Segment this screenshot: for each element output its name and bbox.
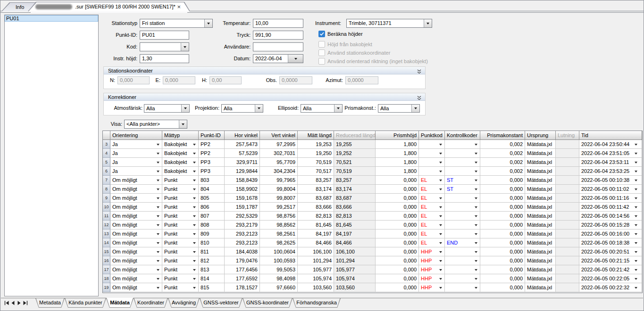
cell-red[interactable]: 19,255 <box>334 140 376 149</box>
cell-orientering[interactable]: Om möjligt <box>110 203 162 212</box>
column-header-punktid[interactable]: Punkt-ID <box>199 131 225 140</box>
cell-prismakonstant[interactable]: 0,002 <box>480 140 525 149</box>
cell-punktkod[interactable]: EL <box>419 176 445 185</box>
cell-prismhojd[interactable]: 0,000 <box>376 194 419 203</box>
column-header-vert[interactable]: Vert vinkel <box>260 131 298 140</box>
cell-tid[interactable]: 2022-06-04 23:51:05 <box>579 149 642 158</box>
cell-dropdown-icon[interactable] <box>193 197 196 199</box>
cell-hor[interactable]: 184,4038 <box>225 247 260 256</box>
cell-dropdown-icon[interactable] <box>635 260 637 262</box>
cell-orientering[interactable]: Om möjligt <box>110 238 162 247</box>
cell-tid[interactable]: 2022-06-05 00:22:32 <box>579 283 642 292</box>
cell-vert[interactable]: 97,6660 <box>260 283 298 292</box>
chevron-down-icon[interactable] <box>255 105 263 112</box>
cell-dropdown-icon[interactable] <box>157 260 159 262</box>
cell-num[interactable]: 15 <box>103 247 110 256</box>
cell-num[interactable]: 9 <box>103 194 110 203</box>
cell-dropdown-icon[interactable] <box>157 197 159 199</box>
cell-punktid[interactable]: PP2 <box>199 149 225 158</box>
cell-matt[interactable]: 83,257 <box>298 176 334 185</box>
cell-dropdown-icon[interactable] <box>475 251 477 253</box>
cell-red[interactable]: 83,174 <box>334 185 376 194</box>
cell-lutning[interactable] <box>556 176 579 185</box>
cell-mattyp[interactable]: Punkt <box>162 194 199 203</box>
cell-punktkod[interactable]: EL <box>419 203 445 212</box>
column-header-mattyp[interactable]: Mättyp <box>162 131 199 140</box>
cell-matt[interactable]: 83,687 <box>298 194 334 203</box>
cell-orientering[interactable]: Om möjligt <box>110 265 162 274</box>
cell-ursprung[interactable]: Mätdata.jxl <box>525 212 556 221</box>
cell-num[interactable]: 5 <box>103 158 110 167</box>
cell-ursprung[interactable]: Mätdata.jxl <box>525 265 556 274</box>
cell-punktid[interactable]: 815 <box>199 283 225 292</box>
collapse-chevron-icon[interactable] <box>417 68 421 76</box>
cell-dropdown-icon[interactable] <box>157 242 159 244</box>
column-header-kontrollkoder[interactable]: Kontrollkoder <box>445 131 480 140</box>
cell-vert[interactable]: 302,7031 <box>260 149 298 158</box>
cell-dropdown-icon[interactable] <box>635 251 637 253</box>
cell-mattyp[interactable]: Bakobjekt <box>162 167 199 176</box>
cell-red[interactable]: 81,645 <box>334 221 376 229</box>
cell-hor[interactable]: 178,1527 <box>225 283 260 292</box>
kod-combobox[interactable] <box>140 42 189 51</box>
cell-lutning[interactable] <box>556 212 579 221</box>
cell-num[interactable]: 12 <box>103 221 110 229</box>
cell-punktid[interactable]: 814 <box>199 274 225 283</box>
cell-lutning[interactable] <box>556 194 579 203</box>
cell-dropdown-icon[interactable] <box>439 233 442 235</box>
column-header-red[interactable]: Reducerad längd <box>334 131 376 140</box>
cell-red[interactable]: 105,977 <box>334 265 376 274</box>
cell-dropdown-icon[interactable] <box>635 197 637 199</box>
cell-dropdown-icon[interactable] <box>635 287 637 289</box>
cell-tid[interactable]: 2022-06-05 00:11:16 <box>579 194 642 203</box>
cell-num[interactable]: 17 <box>103 265 110 274</box>
cell-dropdown-icon[interactable] <box>157 144 159 146</box>
cell-tid[interactable]: 2022-06-05 00:21:42 <box>579 265 642 274</box>
cell-vert[interactable]: 95,7709 <box>260 158 298 167</box>
cell-dropdown-icon[interactable] <box>157 180 159 181</box>
cell-dropdown-icon[interactable] <box>193 251 196 253</box>
cell-prismakonstant[interactable]: 0,002 <box>480 158 525 167</box>
cell-kontrollkoder[interactable]: ST <box>445 176 480 185</box>
cell-kontrollkoder[interactable] <box>445 221 480 229</box>
station-list-item[interactable]: PU01 <box>5 15 98 22</box>
cell-num[interactable]: 11 <box>103 212 110 221</box>
cell-red[interactable]: 83,687 <box>334 194 376 203</box>
chevron-down-icon[interactable] <box>181 43 189 51</box>
cell-red[interactable]: 103,560 <box>334 283 376 292</box>
cell-vert[interactable]: 100,0604 <box>260 247 298 256</box>
cell-orientering[interactable]: Om möjligt <box>110 176 162 185</box>
tryck-input[interactable]: 991,90 <box>253 31 303 40</box>
cell-dropdown-icon[interactable] <box>635 269 637 271</box>
bottom-tab-avv-gning[interactable]: Avvägning <box>168 298 200 308</box>
cell-dropdown-icon[interactable] <box>475 278 477 280</box>
cell-punktid[interactable]: 813 <box>199 265 225 274</box>
cell-mattyp[interactable]: Punkt <box>162 203 199 212</box>
cell-hor[interactable]: 57,5239 <box>225 149 260 158</box>
cell-matt[interactable]: 101,294 <box>298 256 334 265</box>
cell-dropdown-icon[interactable] <box>635 233 637 235</box>
cell-vert[interactable]: 98,2561 <box>260 229 298 238</box>
cell-mattyp[interactable]: Punkt <box>162 229 199 238</box>
cell-prismhojd[interactable]: 1,800 <box>376 140 419 149</box>
cell-prismakonstant[interactable]: 0,000 <box>480 185 525 194</box>
datum-picker[interactable]: 2022-06-04 <box>253 54 303 63</box>
cell-dropdown-icon[interactable] <box>475 206 477 208</box>
cell-dropdown-icon[interactable] <box>193 278 196 280</box>
cell-num[interactable]: 14 <box>103 238 110 247</box>
column-header-hor[interactable]: Hor vinkel <box>225 131 260 140</box>
cell-orientering[interactable]: Om möjligt <box>110 185 162 194</box>
cell-mattyp[interactable]: Bakobjekt <box>162 149 199 158</box>
cell-punktkod[interactable]: HHP <box>419 274 445 283</box>
cell-dropdown-icon[interactable] <box>193 153 196 155</box>
bottom-tab-gnss-vektorer[interactable]: GNSS-vektorer <box>200 298 243 308</box>
punktid-input[interactable]: PU01 <box>140 31 189 40</box>
korrfields-field[interactable]: Alla <box>378 104 420 113</box>
cell-kontrollkoder[interactable]: ST <box>445 185 480 194</box>
cell-ursprung[interactable]: Mätdata.jxl <box>525 274 556 283</box>
cell-dropdown-icon[interactable] <box>439 287 442 289</box>
cell-punktid[interactable]: 803 <box>199 176 225 185</box>
cell-lutning[interactable] <box>556 265 579 274</box>
cell-hor[interactable]: 293,2123 <box>225 238 260 247</box>
cell-num[interactable]: 8 <box>103 185 110 194</box>
